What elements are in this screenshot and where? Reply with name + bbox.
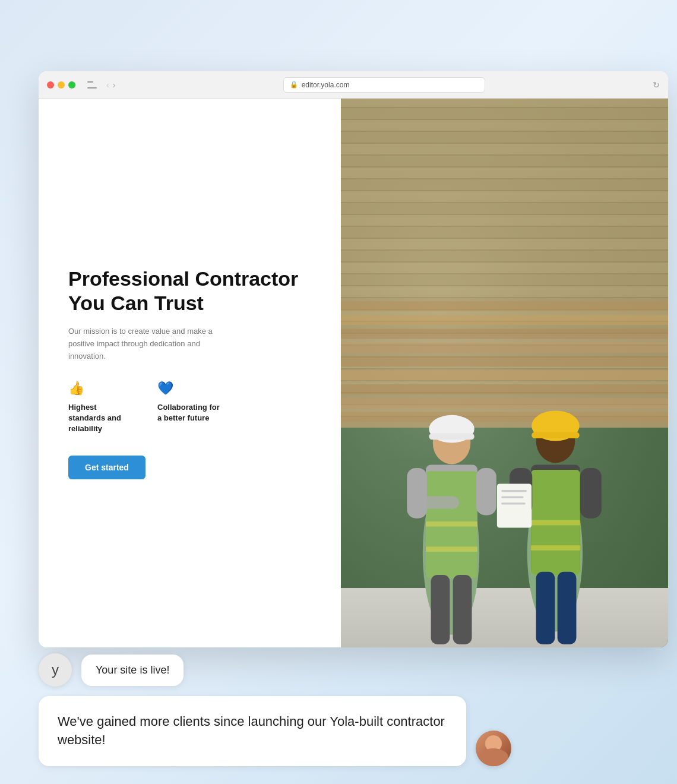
hero-description: Our mission is to create value and make … bbox=[68, 325, 235, 362]
chat-bubble-2: We've gained more clients since launchin… bbox=[39, 696, 466, 766]
address-bar[interactable]: 🔒 editor.yola.com bbox=[283, 77, 485, 93]
traffic-lights bbox=[47, 81, 75, 88]
browser-window: ‹ › 🔒 editor.yola.com ↻ Professional Con… bbox=[39, 71, 668, 647]
address-bar-wrap: 🔒 editor.yola.com bbox=[121, 77, 647, 93]
svg-rect-35 bbox=[501, 497, 523, 498]
svg-rect-6 bbox=[341, 371, 668, 381]
heart-icon: 💙 bbox=[157, 381, 223, 396]
chat-bubble-1: Your site is live! bbox=[81, 655, 184, 686]
svg-rect-18 bbox=[407, 468, 427, 519]
svg-rect-5 bbox=[341, 356, 668, 366]
svg-rect-37 bbox=[536, 572, 555, 644]
forward-arrow[interactable]: › bbox=[113, 81, 116, 89]
minimize-button[interactable] bbox=[58, 81, 65, 88]
features-row: 👍 Highest standards and reliability 💙 Co… bbox=[68, 381, 311, 435]
thumbsup-icon: 👍 bbox=[68, 381, 134, 396]
construction-image bbox=[341, 99, 668, 647]
user-avatar bbox=[476, 731, 511, 766]
feature-label-1: Highest standards and reliability bbox=[68, 402, 134, 435]
hero-title: Professional Contractor You Can Trust bbox=[68, 267, 311, 315]
browser-chrome: ‹ › 🔒 editor.yola.com ↻ bbox=[39, 71, 668, 99]
yola-avatar: y bbox=[39, 653, 72, 687]
svg-rect-1 bbox=[341, 301, 668, 311]
nav-arrows: ‹ › bbox=[106, 81, 115, 89]
svg-rect-13 bbox=[426, 521, 477, 526]
svg-rect-2 bbox=[341, 315, 668, 325]
feature-label-2: Collaborating for a better future bbox=[157, 402, 223, 423]
chat-bubble-row-2: We've gained more clients since launchin… bbox=[39, 696, 668, 766]
svg-rect-19 bbox=[476, 468, 496, 516]
workers-illustration bbox=[341, 99, 668, 647]
svg-rect-32 bbox=[580, 468, 602, 519]
url-text: editor.yola.com bbox=[302, 81, 350, 89]
back-arrow[interactable]: ‹ bbox=[106, 81, 109, 89]
svg-rect-34 bbox=[501, 490, 526, 492]
svg-rect-27 bbox=[531, 545, 580, 550]
svg-rect-8 bbox=[341, 398, 668, 408]
fullscreen-button[interactable] bbox=[68, 81, 75, 88]
lock-icon: 🔒 bbox=[290, 81, 298, 88]
svg-rect-9 bbox=[341, 412, 668, 422]
close-button[interactable] bbox=[47, 81, 54, 88]
hero-right bbox=[341, 99, 668, 647]
chat-bubble-row-1: y Your site is live! bbox=[39, 653, 668, 687]
svg-rect-26 bbox=[531, 520, 580, 525]
get-started-button[interactable]: Get started bbox=[68, 456, 145, 479]
svg-rect-21 bbox=[431, 575, 450, 644]
svg-rect-14 bbox=[426, 546, 477, 551]
svg-rect-22 bbox=[453, 575, 472, 644]
svg-rect-30 bbox=[532, 432, 580, 438]
chat-section: y Your site is live! We've gained more c… bbox=[39, 653, 668, 766]
svg-rect-3 bbox=[341, 329, 668, 339]
website-content: Professional Contractor You Can Trust Ou… bbox=[39, 99, 668, 647]
yola-letter: y bbox=[52, 662, 59, 678]
svg-rect-36 bbox=[501, 502, 525, 504]
feature-item-1: 👍 Highest standards and reliability bbox=[68, 381, 134, 435]
hero-left: Professional Contractor You Can Trust Ou… bbox=[39, 99, 341, 647]
feature-item-2: 💙 Collaborating for a better future bbox=[157, 381, 223, 435]
svg-rect-20 bbox=[409, 497, 459, 509]
svg-rect-7 bbox=[341, 384, 668, 394]
sidebar-toggle-icon[interactable] bbox=[87, 81, 97, 88]
refresh-icon[interactable]: ↻ bbox=[653, 80, 660, 90]
svg-rect-4 bbox=[341, 343, 668, 353]
svg-rect-17 bbox=[429, 434, 474, 440]
svg-rect-38 bbox=[557, 572, 576, 644]
